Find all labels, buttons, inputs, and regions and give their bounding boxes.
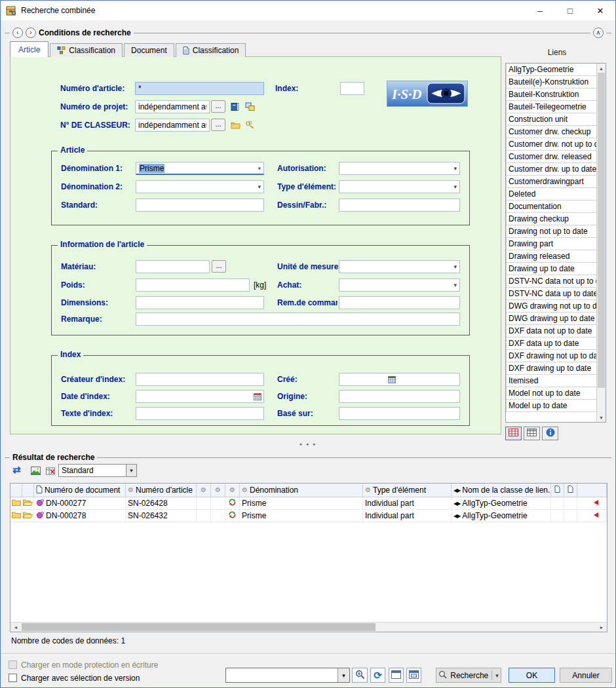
dessin-input[interactable]: [339, 199, 460, 212]
info-button[interactable]: [542, 427, 558, 440]
liens-item[interactable]: DXF drawing up to date: [506, 362, 596, 375]
maximize-button[interactable]: □: [555, 1, 585, 20]
col-type-element[interactable]: ⚙ Type d'élément: [363, 484, 452, 497]
tab-classification-document[interactable]: Classification: [176, 43, 246, 57]
liens-item[interactable]: Itemised: [506, 374, 596, 387]
result-profile-combo[interactable]: Standard ▾: [58, 464, 137, 477]
results-hscrollbar[interactable]: ◄ ►: [10, 622, 607, 632]
liens-item[interactable]: DXF data not up to date: [506, 324, 596, 337]
scroll-left-icon[interactable]: ◄: [10, 622, 21, 632]
origine-input[interactable]: [339, 390, 460, 403]
liens-item[interactable]: DSTV-NC data up to date: [506, 287, 596, 300]
preview-button[interactable]: [31, 467, 41, 477]
transfer-button[interactable]: ⇄: [12, 465, 21, 475]
quick-search-button[interactable]: [352, 668, 368, 683]
liens-item[interactable]: Drawing part: [506, 237, 596, 250]
clear-results-button[interactable]: [46, 467, 55, 477]
liens-item[interactable]: AllgTyp-Geometrie: [506, 64, 596, 76]
liens-item[interactable]: Customer drw. not up to date: [506, 138, 596, 151]
col-attr-3[interactable]: ⚙: [225, 484, 240, 497]
liens-item[interactable]: Bauteil(e)-Konstruktion: [506, 75, 596, 88]
next-tab-button[interactable]: ›: [26, 28, 36, 38]
classeur-browse-button[interactable]: ...: [211, 119, 225, 131]
table-row[interactable]: DN-000278 SN-026432 Prisme Individual pa…: [10, 510, 607, 522]
keys-icon[interactable]: [245, 119, 255, 132]
index-input[interactable]: [340, 82, 364, 95]
materiau-browse-button[interactable]: ...: [212, 260, 226, 273]
tab-document[interactable]: Document: [124, 43, 174, 57]
project-workspace-icon[interactable]: [245, 100, 255, 113]
open-result-window-button[interactable]: [406, 668, 421, 683]
tab-classification-article[interactable]: Classification: [50, 43, 123, 57]
col-row-icon-2[interactable]: [22, 484, 34, 497]
col-denomination[interactable]: ⚙ Dénomination: [240, 484, 363, 497]
liens-scrollbar[interactable]: ▲ ▼: [596, 64, 606, 422]
list-view-button[interactable]: [524, 427, 540, 440]
new-window-button[interactable]: [389, 668, 404, 683]
project-number-input[interactable]: [135, 100, 210, 113]
liens-item[interactable]: Customer drw. released: [506, 150, 596, 163]
ok-button[interactable]: OK: [509, 668, 555, 683]
col-attr-1[interactable]: ⚙: [197, 484, 211, 497]
liens-item[interactable]: DSTV-NC data not up to date: [506, 275, 596, 288]
scroll-right-icon[interactable]: ►: [596, 622, 607, 632]
cancel-button[interactable]: Annuler: [560, 668, 612, 683]
unite-mesure-combo[interactable]: ▾: [339, 260, 460, 273]
col-classe-lien[interactable]: ◀▶ Nom de la classe de lien.: [452, 484, 551, 497]
tab-article[interactable]: Article: [10, 41, 48, 57]
scrollbar-thumb[interactable]: [598, 73, 605, 388]
calendar-icon[interactable]: [388, 375, 396, 383]
liens-item[interactable]: Customer drw. checkup: [506, 125, 596, 138]
liens-item[interactable]: Documentation: [506, 200, 596, 213]
liens-item[interactable]: Drawing up to date: [506, 262, 596, 275]
liens-item[interactable]: Drawing not up to date: [506, 225, 596, 238]
texte-index-input[interactable]: [136, 407, 264, 420]
cree-input[interactable]: [339, 373, 460, 386]
liens-item[interactable]: DWG drawing up to date: [506, 312, 596, 325]
base-sur-input[interactable]: [339, 407, 460, 420]
liens-item[interactable]: Model not up to date: [506, 387, 596, 400]
liens-item[interactable]: Model up to date: [506, 399, 596, 412]
liens-item[interactable]: Construction unit: [506, 113, 596, 126]
liens-item[interactable]: DWG drawing not up to date: [506, 299, 596, 313]
project-browse-button[interactable]: ...: [211, 100, 225, 113]
chevron-down-icon[interactable]: ▾: [337, 668, 349, 682]
calendar-icon[interactable]: [254, 392, 261, 400]
col-row-icon-1[interactable]: [10, 484, 22, 497]
liens-item[interactable]: Bauteil-Konstruktion: [506, 88, 596, 101]
liens-item[interactable]: DXF data up to date: [506, 337, 596, 350]
liens-item[interactable]: Drawing checkup: [506, 212, 596, 225]
liens-item[interactable]: Deleted: [506, 187, 596, 201]
col-article-number[interactable]: ⚙ Numéro d'article: [126, 484, 197, 497]
dimensions-input[interactable]: [136, 296, 264, 309]
col-doc-flag-1[interactable]: [551, 484, 564, 497]
materiau-input[interactable]: [136, 260, 210, 273]
denomination1-combo[interactable]: Prisme ▾: [136, 162, 264, 175]
createur-index-input[interactable]: [136, 373, 264, 386]
chevron-down-icon[interactable]: ▾: [126, 465, 136, 476]
date-index-input[interactable]: [136, 390, 264, 403]
classeur-input[interactable]: [135, 119, 210, 132]
liens-item[interactable]: Bauteil-Teilegeometrie: [506, 100, 596, 113]
table-row[interactable]: DN-000277 SN-026428 Prisme Individual pa…: [10, 497, 607, 510]
autorisation-combo[interactable]: ▾: [339, 162, 460, 175]
liens-item[interactable]: DXF drawing not up to date: [506, 349, 596, 362]
version-combo[interactable]: ▾: [225, 668, 350, 683]
col-doc-number[interactable]: Numéro de document: [34, 484, 126, 497]
achat-combo[interactable]: ▾: [339, 278, 460, 292]
scroll-down-icon[interactable]: ▼: [597, 413, 606, 422]
close-button[interactable]: ✕: [585, 1, 615, 20]
col-status[interactable]: [577, 484, 607, 497]
minimize-button[interactable]: –: [525, 1, 555, 20]
recherche-button[interactable]: Recherche ▾: [436, 668, 501, 683]
detail-view-button[interactable]: [505, 427, 522, 440]
col-attr-2[interactable]: ⚙: [211, 484, 225, 497]
version-select-checkbox[interactable]: [9, 674, 17, 682]
rem-commande-input[interactable]: [339, 296, 460, 309]
col-doc-flag-2[interactable]: [564, 484, 577, 497]
folder-icon[interactable]: [231, 119, 241, 132]
article-number-input[interactable]: [135, 82, 264, 95]
remarque-input[interactable]: [136, 313, 460, 326]
prev-tab-button[interactable]: ‹: [12, 28, 23, 38]
liens-item[interactable]: Customer drw. up to date: [506, 162, 596, 176]
